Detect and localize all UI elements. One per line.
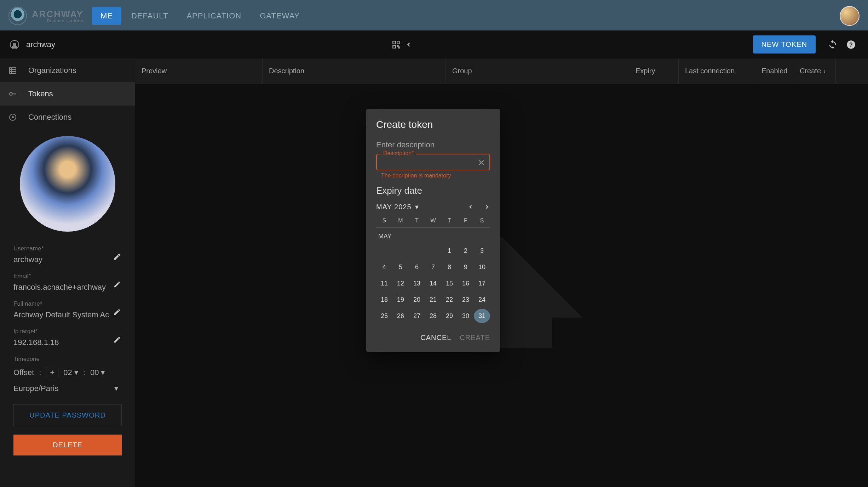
calendar-day[interactable]: 4 [376,260,392,274]
email-field: Email* francois.achache+archway [7,270,128,298]
user-icon [10,40,19,49]
modal-subtitle: Enter description [376,140,490,149]
calendar-dow: M [392,217,409,224]
sidebar-item-connections[interactable]: Connections [0,106,135,129]
description-input[interactable] [382,158,474,166]
brand-logo: ARCHWAY Business edition [8,7,84,25]
calendar-day[interactable]: 21 [425,293,441,307]
th-create[interactable]: Create ↓ [793,59,836,83]
current-user-name: archway [26,40,55,49]
nav-tab-gateway[interactable]: GATEWAY [251,7,308,25]
calendar-day[interactable]: 24 [474,293,490,307]
calendar-day[interactable]: 10 [474,260,490,274]
calendar-day[interactable]: 6 [409,260,425,274]
calendar-day[interactable]: 31 [474,309,490,323]
calendar-day[interactable]: 30 [458,309,474,323]
subheader: archway NEW TOKEN ? [0,30,868,59]
nav-tab-default[interactable]: DEFAULT [123,7,177,25]
calendar-day[interactable]: 26 [392,309,409,323]
help-icon[interactable]: ? [844,38,858,52]
sidebar-item-label: Tokens [28,89,53,98]
calendar-day[interactable]: 14 [425,276,441,290]
calendar-dow: T [409,217,425,224]
calendar-day[interactable]: 16 [458,276,474,290]
calendar-dow: S [474,217,490,224]
fullname-value: Archway Default System Ac [13,310,122,319]
calendar-day[interactable]: 1 [441,244,458,258]
calendar-day[interactable]: 3 [474,244,490,258]
key-icon [8,90,18,98]
offset-hours-select[interactable]: 02 ▾ [63,368,78,377]
calendar-day[interactable]: 18 [376,293,392,307]
calendar-day[interactable]: 5 [392,260,409,274]
th-expiry[interactable]: Expiry [629,59,679,83]
calendar-prev-icon[interactable] [467,204,474,210]
qr-icon[interactable] [392,40,401,49]
sort-down-icon: ↓ [823,68,826,74]
calendar-day[interactable]: 15 [441,276,458,290]
calendar-day[interactable]: 23 [458,293,474,307]
calendar-day[interactable]: 2 [458,244,474,258]
close-icon[interactable] [477,159,485,166]
field-label: Email* [13,273,122,280]
edit-icon[interactable] [113,253,121,261]
ip-field: Ip target* 192.168.1.18 [7,325,128,353]
username-field: Username* archway [7,242,128,270]
cancel-button[interactable]: CANCEL [420,334,451,342]
th-enabled[interactable]: Enabled [755,59,793,83]
calendar-month-select[interactable]: MAY 2025 ▾ [376,203,419,211]
sidebar-item-tokens[interactable]: Tokens [0,82,135,106]
calendar-day[interactable]: 7 [425,260,441,274]
chevron-left-icon[interactable] [405,41,412,48]
nav-tab-me[interactable]: ME [92,7,121,25]
calendar-day[interactable]: 12 [392,276,409,290]
calendar-day[interactable]: 8 [441,260,458,274]
create-token-modal: Create token Enter description Descripti… [366,109,500,352]
update-password-button[interactable]: UPDATE PASSWORD [13,404,122,426]
offset-sign[interactable]: + [46,367,58,378]
email-value: francois.achache+archway [13,283,122,292]
table-header: Preview Description Group Expiry Last co… [135,59,868,84]
calendar-day[interactable]: 29 [441,309,458,323]
calendar-day[interactable]: 28 [425,309,441,323]
edit-icon[interactable] [113,308,121,316]
avatar[interactable] [840,6,860,26]
calendar-day[interactable]: 25 [376,309,392,323]
calendar-day[interactable]: 19 [392,293,409,307]
calendar-next-icon[interactable] [484,204,490,210]
calendar-day[interactable]: 22 [441,293,458,307]
modal-title: Create token [376,119,490,130]
field-label: Timezone [13,356,122,363]
field-label: Ip target* [13,328,122,335]
create-button[interactable]: CREATE [460,334,490,342]
sidebar-item-organizations[interactable]: Organizations [0,59,135,82]
timezone-name-row[interactable]: Europe/Paris ▾ [7,381,128,396]
profile-avatar[interactable] [20,136,115,232]
svg-rect-4 [398,47,399,48]
expiry-title: Expiry date [376,185,490,196]
content-area: Preview Description Group Expiry Last co… [135,59,868,487]
chevron-down-icon: ▾ [415,203,419,211]
th-description[interactable]: Description [263,59,446,83]
delete-button[interactable]: DELETE [13,435,122,455]
calendar-day[interactable]: 11 [376,276,392,290]
th-last-connection[interactable]: Last connection [679,59,755,83]
th-group[interactable]: Group [446,59,629,83]
calendar-day[interactable]: 27 [409,309,425,323]
edit-icon[interactable] [113,336,121,344]
edit-icon[interactable] [113,281,121,288]
calendar-day[interactable]: 9 [458,260,474,274]
new-token-button[interactable]: NEW TOKEN [753,35,816,53]
nav-tab-application[interactable]: APPLICATION [178,7,250,25]
th-preview[interactable]: Preview [135,59,263,83]
sync-icon[interactable] [826,38,840,52]
username-value: archway [13,255,122,264]
calendar-dow: F [458,217,474,224]
calendar-day[interactable]: 17 [474,276,490,290]
svg-text:?: ? [849,41,853,47]
calendar-day[interactable]: 13 [409,276,425,290]
offset-minutes-select[interactable]: 00 ▾ [90,368,105,377]
calendar-day[interactable]: 20 [409,293,425,307]
timezone-offset-row: Offset : + 02 ▾ : 00 ▾ [7,364,128,381]
field-label: Full name* [13,300,122,307]
